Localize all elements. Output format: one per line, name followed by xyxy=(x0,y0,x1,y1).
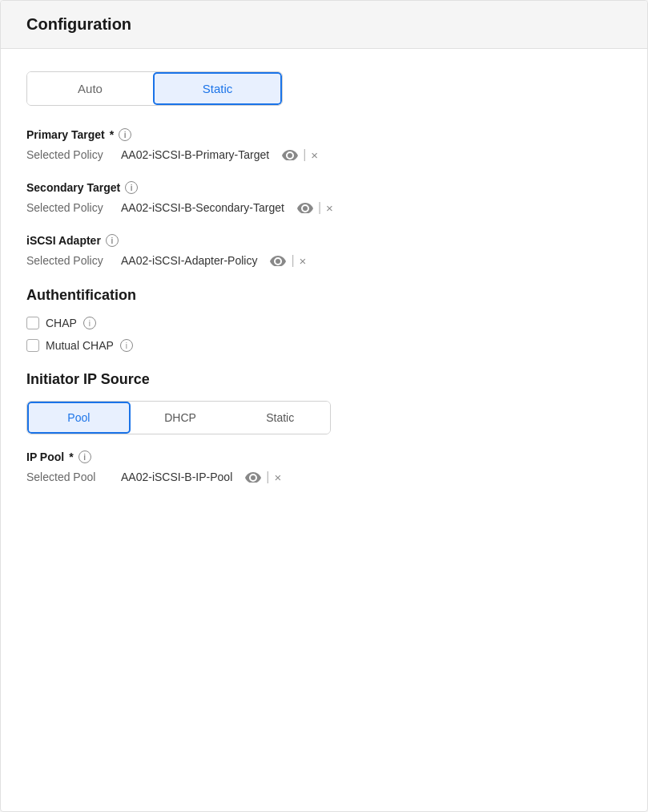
primary-target-separator: | xyxy=(303,147,306,162)
secondary-target-section: Secondary Target i Selected Policy AA02-… xyxy=(26,181,622,215)
ip-source-toggle-group: Pool DHCP Static xyxy=(26,401,331,434)
configuration-panel: Configuration Auto Static Primary Target… xyxy=(0,0,648,812)
dhcp-toggle-button[interactable]: DHCP xyxy=(131,402,231,434)
iscsi-adapter-view-icon[interactable] xyxy=(270,255,286,266)
pool-toggle-button[interactable]: Pool xyxy=(27,402,131,434)
primary-target-info-icon[interactable]: i xyxy=(119,128,131,141)
secondary-target-view-icon[interactable] xyxy=(297,202,313,213)
static-toggle-button[interactable]: Static xyxy=(153,72,282,105)
ip-pool-info-icon[interactable]: i xyxy=(78,450,91,463)
mutual-chap-info-icon[interactable]: i xyxy=(120,339,133,352)
ip-pool-actions: | × xyxy=(245,470,281,484)
iscsi-adapter-policy-label: Selected Policy xyxy=(26,254,115,267)
iscsi-adapter-label: iSCSI Adapter i xyxy=(26,234,622,247)
secondary-target-actions: | × xyxy=(297,200,333,215)
iscsi-adapter-section: iSCSI Adapter i Selected Policy AA02-iSC… xyxy=(26,234,622,268)
ip-pool-policy-row: Selected Pool AA02-iSCSI-B-IP-Pool | × xyxy=(26,470,622,484)
iscsi-adapter-separator: | xyxy=(291,253,294,268)
primary-target-policy-row: Selected Policy AA02-iSCSI-B-Primary-Tar… xyxy=(26,147,622,162)
mutual-chap-checkbox[interactable] xyxy=(26,339,39,352)
mutual-chap-label: Mutual CHAP xyxy=(46,339,114,352)
chap-info-icon[interactable]: i xyxy=(83,317,96,329)
iscsi-adapter-policy-value: AA02-iSCSI-Adapter-Policy xyxy=(121,254,257,267)
secondary-target-separator: | xyxy=(318,200,321,215)
ip-pool-label: IP Pool * i xyxy=(26,450,622,463)
secondary-target-info-icon[interactable]: i xyxy=(125,181,138,194)
primary-target-section: Primary Target * i Selected Policy AA02-… xyxy=(26,128,622,162)
static-toggle-button[interactable]: Static xyxy=(230,402,330,434)
header: Configuration xyxy=(1,1,647,49)
auto-toggle-button[interactable]: Auto xyxy=(27,72,153,105)
mutual-chap-row: Mutual CHAP i xyxy=(26,339,622,352)
authentication-title: Authentification xyxy=(26,287,622,304)
chap-label: CHAP xyxy=(46,317,77,329)
initiator-ip-source-section: Initiator IP Source Pool DHCP Static IP … xyxy=(26,371,622,484)
ip-pool-separator: | xyxy=(266,470,269,484)
initiator-ip-source-title: Initiator IP Source xyxy=(26,371,622,388)
primary-target-policy-value: AA02-iSCSI-B-Primary-Target xyxy=(121,148,269,161)
chap-checkbox[interactable] xyxy=(26,317,39,329)
primary-target-view-icon[interactable] xyxy=(282,149,298,160)
secondary-target-close-icon[interactable]: × xyxy=(326,202,333,214)
mode-toggle-group: Auto Static xyxy=(26,71,283,106)
iscsi-adapter-close-icon[interactable]: × xyxy=(300,255,307,267)
primary-target-policy-label: Selected Policy xyxy=(26,148,115,161)
page-title: Configuration xyxy=(26,15,131,33)
iscsi-adapter-actions: | × xyxy=(270,253,306,268)
secondary-target-policy-value: AA02-iSCSI-B-Secondary-Target xyxy=(121,201,284,214)
primary-target-actions: | × xyxy=(282,147,318,162)
content-area: Auto Static Primary Target * i Selected … xyxy=(1,49,647,526)
ip-pool-policy-label: Selected Pool xyxy=(26,471,115,483)
secondary-target-policy-row: Selected Policy AA02-iSCSI-B-Secondary-T… xyxy=(26,200,622,215)
chap-row: CHAP i xyxy=(26,317,622,329)
authentication-section: Authentification CHAP i Mutual CHAP i xyxy=(26,287,622,352)
ip-pool-close-icon[interactable]: × xyxy=(274,471,281,483)
primary-target-label: Primary Target * i xyxy=(26,128,622,141)
secondary-target-label: Secondary Target i xyxy=(26,181,622,194)
ip-pool-policy-value: AA02-iSCSI-B-IP-Pool xyxy=(121,471,232,483)
iscsi-adapter-info-icon[interactable]: i xyxy=(106,234,119,247)
iscsi-adapter-policy-row: Selected Policy AA02-iSCSI-Adapter-Polic… xyxy=(26,253,622,268)
secondary-target-policy-label: Selected Policy xyxy=(26,201,115,214)
ip-pool-view-icon[interactable] xyxy=(245,471,261,483)
primary-target-close-icon[interactable]: × xyxy=(311,149,318,161)
